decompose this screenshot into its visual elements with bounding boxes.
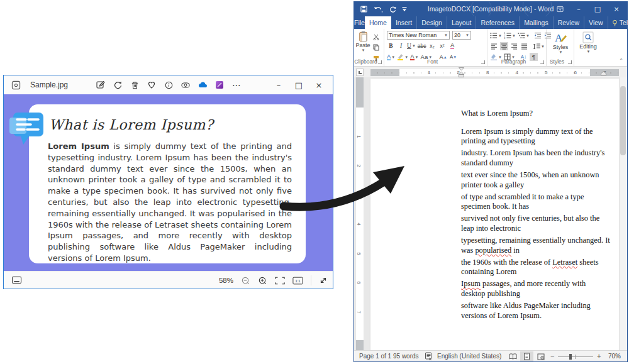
scrollbar-thumb[interactable]: [620, 86, 626, 155]
tab-design[interactable]: Design: [417, 16, 447, 29]
tab-insert[interactable]: Insert: [391, 16, 417, 29]
horizontal-ruler: 1234567: [354, 67, 627, 77]
align-right-icon[interactable]: [510, 42, 518, 50]
indent-marker-right[interactable]: [601, 71, 606, 76]
doc-paragraph[interactable]: typesetting, remaining essentially uncha…: [461, 236, 610, 255]
tell-me-box[interactable]: Tell me...: [608, 16, 629, 29]
doc-heading[interactable]: What is Lorem Ipsum?: [461, 109, 610, 119]
onedrive-icon[interactable]: [198, 80, 208, 90]
tab-review[interactable]: Review: [554, 16, 584, 29]
tab-selector[interactable]: [356, 69, 364, 76]
cut-icon[interactable]: [372, 33, 380, 41]
italic-button[interactable]: I: [397, 41, 405, 50]
numbered-list-icon[interactable]: 123▼: [504, 31, 516, 40]
doc-paragraph[interactable]: software like Aldus PageMaker including …: [461, 301, 610, 321]
vertical-scrollbar[interactable]: [619, 77, 627, 351]
clipboard-dialog-launcher[interactable]: [378, 60, 382, 64]
font-dialog-launcher[interactable]: [481, 60, 485, 64]
zoom-slider[interactable]: [558, 356, 593, 357]
ribbon: Paste ▼ Clipboard: [354, 29, 627, 67]
indent-marker-first-line[interactable]: [459, 67, 464, 78]
superscript-button[interactable]: x²: [438, 41, 447, 50]
strikethrough-button[interactable]: abc: [418, 41, 426, 50]
decrease-indent-icon[interactable]: [534, 31, 542, 40]
photos-toolbar: ⋯: [96, 75, 242, 94]
zoom-in-icon[interactable]: [258, 276, 267, 285]
doc-paragraph[interactable]: the 1960s with the release of Letraset s…: [461, 258, 610, 277]
favorite-icon[interactable]: [147, 80, 157, 90]
doc-paragraph[interactable]: industry. Lorem Ipsum has been the indus…: [461, 148, 610, 168]
maximize-button[interactable]: □: [289, 75, 309, 94]
edit-icon[interactable]: [96, 80, 106, 90]
bold-button[interactable]: B: [387, 41, 395, 50]
font-size-select[interactable]: 20▼: [452, 31, 471, 40]
tab-mailings[interactable]: Mailings: [520, 16, 554, 29]
tab-file[interactable]: File: [354, 16, 365, 29]
minimize-button[interactable]: –: [569, 2, 588, 16]
editing-button[interactable]: Editing ▼: [577, 31, 599, 53]
zoom-in-button[interactable]: +: [597, 352, 601, 360]
photos-statusbar: 58% 1:1: [4, 271, 333, 289]
print-layout-icon[interactable]: [520, 351, 533, 361]
line-spacing-icon[interactable]: ▼: [533, 42, 545, 50]
collapse-ribbon-icon[interactable]: ⌃: [619, 58, 623, 63]
clear-formatting-button[interactable]: A: [448, 41, 457, 50]
align-left-icon[interactable]: [490, 42, 498, 50]
svg-text:A: A: [555, 32, 563, 44]
tab-home[interactable]: Home: [365, 16, 391, 29]
delete-icon[interactable]: [130, 80, 140, 90]
actual-size-icon[interactable]: 1:1: [292, 277, 303, 285]
filmstrip-icon[interactable]: [11, 275, 22, 285]
maximize-button[interactable]: □: [588, 2, 607, 16]
font-name-select[interactable]: Times New Roman▼: [387, 31, 450, 40]
zoom-out-button[interactable]: −: [550, 352, 554, 360]
minimize-button[interactable]: –: [269, 75, 289, 94]
justify-icon[interactable]: [520, 42, 528, 50]
word-count[interactable]: 95 words: [393, 353, 419, 360]
ribbon-display-options-icon[interactable]: [550, 2, 569, 16]
zoom-out-icon[interactable]: [241, 276, 250, 285]
info-icon[interactable]: [164, 80, 174, 90]
doc-paragraph[interactable]: survived not only five centuries, but al…: [461, 214, 610, 233]
close-button[interactable]: ×: [309, 75, 329, 94]
close-button[interactable]: ×: [607, 2, 626, 16]
tab-view[interactable]: View: [584, 16, 608, 29]
paste-label: Paste: [356, 42, 370, 48]
paste-button[interactable]: Paste ▼: [356, 31, 370, 52]
styles-dialog-launcher[interactable]: [568, 60, 572, 64]
tab-layout[interactable]: Layout: [447, 16, 477, 29]
styles-button[interactable]: A Styles ▼: [551, 31, 570, 54]
read-mode-icon[interactable]: [506, 351, 520, 361]
multilevel-list-icon[interactable]: ▼: [518, 31, 530, 40]
doc-paragraph[interactable]: of type and scrambled it to make a type …: [461, 192, 610, 212]
font-name-value: Times New Roman: [389, 32, 437, 38]
paragraph-dialog-launcher[interactable]: [540, 60, 544, 64]
fit-to-window-icon[interactable]: [275, 277, 285, 285]
web-layout-icon[interactable]: [534, 351, 547, 361]
zoom-slider-thumb[interactable]: [569, 354, 572, 360]
proofing-errors-icon[interactable]: [425, 352, 432, 360]
lightbulb-icon: [612, 19, 618, 26]
bullet-list-icon[interactable]: ▼: [490, 31, 502, 40]
zoom-level[interactable]: 70%: [608, 353, 621, 360]
ruler-number: 1: [356, 135, 362, 138]
subscript-button[interactable]: x₂: [428, 41, 437, 50]
cast-icon[interactable]: [181, 80, 191, 90]
edit-create-icon[interactable]: [214, 80, 225, 90]
copy-icon[interactable]: [372, 43, 380, 52]
align-center-icon[interactable]: [500, 42, 508, 50]
rotate-icon[interactable]: [113, 80, 123, 90]
ruler-number: 1: [428, 70, 430, 75]
language-indicator[interactable]: English (United States): [437, 353, 501, 360]
tab-references[interactable]: References: [476, 16, 520, 29]
ruler-number: 7: [356, 311, 362, 313]
fullscreen-icon[interactable]: [319, 276, 328, 285]
doc-paragraph[interactable]: text ever since the 1500s, when an unkno…: [461, 170, 610, 190]
photo-zoom-level: 58%: [219, 277, 233, 284]
doc-paragraph[interactable]: Lorem Ipsum is simply dummy text of the …: [461, 127, 610, 146]
doc-paragraph[interactable]: Ipsum passages, and more recently with d…: [461, 279, 610, 299]
page-indicator[interactable]: Page 1 of 1: [359, 353, 391, 360]
ruler-bar: 1234567: [370, 69, 619, 76]
underline-button[interactable]: U▼: [407, 41, 416, 50]
see-more-icon[interactable]: ⋯: [231, 80, 242, 90]
